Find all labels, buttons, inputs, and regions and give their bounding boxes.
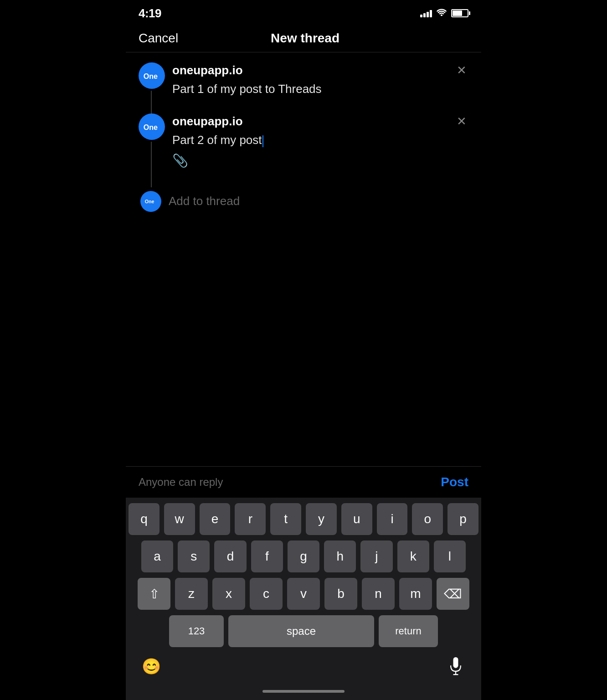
post-content-2[interactable]: oneupapp.io ✕ Part 2 of my post 📎 [172,113,468,182]
key-y[interactable]: y [306,503,337,535]
key-p[interactable]: p [448,503,478,535]
keyboard-row-1: q w e r t y u i o p [129,503,478,535]
key-r[interactable]: r [235,503,266,535]
thread-item-2: One oneupapp.io ✕ Part 2 of my post 📎 [126,113,481,182]
key-i[interactable]: i [377,503,408,535]
key-g[interactable]: g [288,540,319,572]
avatar-1: One [139,62,165,89]
post-button[interactable]: Post [441,475,468,489]
avatar-sm: One [140,191,161,212]
key-t[interactable]: t [270,503,301,535]
close-button-1[interactable]: ✕ [455,62,468,78]
svg-text:One: One [144,123,158,131]
svg-rect-3 [453,657,458,668]
svg-text:One: One [144,72,158,80]
key-x[interactable]: x [212,578,245,610]
cancel-button[interactable]: Cancel [139,31,178,46]
keyboard-row-3: ⇧ z x c v b n m ⌫ [129,578,478,610]
post-text-2[interactable]: Part 2 of my post [172,132,468,148]
nav-bar: Cancel New thread [126,25,481,52]
avatar-column-2: One [139,113,165,140]
bottom-bar: Anyone can reply Post [126,466,481,498]
key-z[interactable]: z [175,578,208,610]
post-text-1[interactable]: Part 1 of my post to Threads [172,81,468,97]
shift-key[interactable]: ⇧ [138,578,170,610]
space-key[interactable]: space [228,615,374,647]
add-thread-placeholder[interactable]: Add to thread [169,194,240,208]
status-icons [420,9,468,18]
key-e[interactable]: e [200,503,231,535]
avatar-column-1: One [139,62,165,89]
key-s[interactable]: s [178,540,210,572]
post-username-2: oneupapp.io [172,114,243,129]
key-u[interactable]: u [341,503,372,535]
key-o[interactable]: o [412,503,443,535]
thread-item-1: One oneupapp.io ✕ Part 1 of my post to T… [126,52,481,104]
avatar-2: One [139,113,165,140]
key-b[interactable]: b [324,578,357,610]
post-header-2: oneupapp.io ✕ [172,113,468,129]
text-cursor [262,135,263,147]
attachment-icon[interactable]: 📎 [172,149,468,175]
emoji-button[interactable]: 😊 [139,654,163,678]
number-key[interactable]: 123 [169,615,224,647]
wifi-icon [437,9,447,18]
key-a[interactable]: a [141,540,173,572]
key-f[interactable]: f [251,540,283,572]
key-m[interactable]: m [399,578,432,610]
add-thread-row[interactable]: One Add to thread [128,183,481,220]
thread-connector-2 [151,142,152,187]
key-h[interactable]: h [324,540,356,572]
key-c[interactable]: c [250,578,283,610]
phone-container: 4:19 Cancel New thread [126,0,481,700]
backspace-key[interactable]: ⌫ [437,578,469,610]
return-key[interactable]: return [379,615,438,647]
keyboard-row-4: 123 space return [129,615,478,647]
post-header-1: oneupapp.io ✕ [172,62,468,78]
page-title: New thread [271,31,340,46]
signal-icon [420,9,432,17]
reply-label: Anyone can reply [139,476,223,489]
home-indicator-bar [262,690,345,693]
key-q[interactable]: q [129,503,159,535]
mic-button[interactable] [444,654,468,678]
svg-text:One: One [145,199,154,204]
key-d[interactable]: d [214,540,246,572]
key-v[interactable]: v [287,578,320,610]
battery-icon [451,9,468,17]
content-area: One oneupapp.io ✕ Part 1 of my post to T… [126,52,481,466]
post-username-1: oneupapp.io [172,63,243,77]
status-time: 4:19 [139,6,161,21]
key-k[interactable]: k [397,540,429,572]
post-content-1[interactable]: oneupapp.io ✕ Part 1 of my post to Threa… [172,62,468,104]
key-l[interactable]: l [434,540,466,572]
thread-gap [159,104,481,113]
keyboard: q w e r t y u i o p a s d f g h j k l ⇧ … [126,498,481,647]
key-n[interactable]: n [362,578,395,610]
keyboard-bottom-bar: 😊 [126,647,481,686]
key-w[interactable]: w [164,503,195,535]
keyboard-row-2: a s d f g h j k l [129,540,478,572]
home-indicator [126,686,481,700]
post-text-content-2: Part 2 of my post [172,133,262,147]
status-bar: 4:19 [126,0,481,25]
close-button-2[interactable]: ✕ [455,113,468,129]
key-j[interactable]: j [360,540,392,572]
